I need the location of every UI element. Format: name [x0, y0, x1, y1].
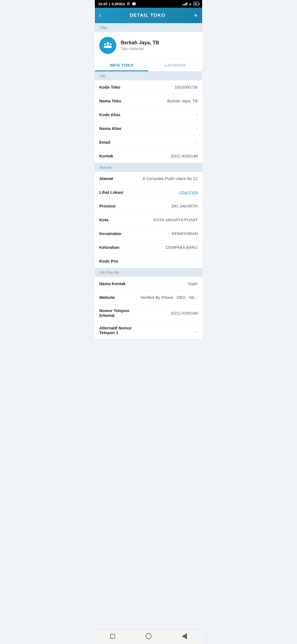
- square-icon: [110, 634, 115, 639]
- value-alternatif-telepon: ...: [144, 328, 198, 333]
- row-provinsi: Provinsi DKI JAKARTA: [95, 199, 202, 213]
- label-kode-alias: Kode Alias: [99, 112, 120, 117]
- row-kontak: Kontak (021) 4200146: [95, 149, 202, 163]
- info-section-rows: Kode Toko 1810000736 Nama Toko Berkah Ja…: [95, 80, 202, 163]
- row-nomor-telepon: Nomor Telepon (Utama) (021) 4200146: [95, 304, 202, 322]
- label-nama-alias: Nama Alias: [99, 126, 121, 131]
- value-kontak: (021) 4200146: [113, 154, 198, 158]
- store-type: Toko Material: [121, 47, 159, 51]
- battery-indicator: 81: [193, 2, 199, 6]
- row-kode-pos: Kode Pos -: [95, 254, 202, 268]
- row-kelurahan: Kelurahan CEMPAKA BARU: [95, 241, 202, 254]
- nav-square-button[interactable]: [109, 632, 117, 640]
- info-pemilik-section-rows: Nama Kontak Supri Website Verified By Ph…: [95, 277, 202, 339]
- value-email: -: [110, 140, 198, 144]
- header: ‹ DETAIL TOKO +: [95, 8, 202, 23]
- svg-point-1: [106, 45, 110, 48]
- label-kecamatan: Kecamatan: [99, 231, 121, 236]
- time: 10:20: [98, 2, 107, 6]
- store-avatar-icon: [103, 40, 113, 50]
- info-section-label: Info: [95, 72, 202, 80]
- svg-point-4: [110, 43, 111, 45]
- value-nama-toko: Berkah Jaya, TB: [121, 99, 198, 103]
- store-avatar: [99, 37, 116, 54]
- row-nama-toko: Nama Toko Berkah Jaya, TB: [95, 94, 202, 108]
- page-title: DETAIL TOKO: [130, 13, 166, 18]
- alamat-section-label: Alamat: [95, 163, 202, 172]
- svg-point-0: [107, 42, 109, 45]
- label-lihat-lokasi: Lihat Lokasi: [99, 190, 123, 195]
- label-kode-pos: Kode Pos: [99, 259, 118, 263]
- triangle-icon: [182, 633, 187, 639]
- row-kode-toko: Kode Toko 1810000736: [95, 80, 202, 94]
- tabs-bar: INFO TOKO LAPORAN: [95, 59, 202, 72]
- svg-point-2: [104, 43, 106, 45]
- value-kode-alias: -: [120, 112, 198, 117]
- value-kota: KOTA JAKARTA PUSAT: [108, 217, 198, 222]
- row-nama-kontak: Nama Kontak Supri: [95, 277, 202, 291]
- label-kode-toko: Kode Toko: [99, 85, 120, 89]
- svg-point-3: [104, 46, 106, 48]
- tab-laporan[interactable]: LAPORAN: [148, 59, 202, 71]
- row-lihat-lokasi: Lihat Lokasi Lihat Peta: [95, 185, 202, 199]
- value-kode-pos: -: [118, 259, 198, 263]
- value-website: Verified By Phone : DBO - Nit...: [115, 295, 198, 300]
- row-email: Email -: [95, 135, 202, 149]
- info-pemilik-section-label: Info Pemilik: [95, 268, 202, 277]
- value-alamat: Jl Cempaka Putih Utara No 22: [113, 176, 198, 181]
- row-kode-alias: Kode Alias -: [95, 108, 202, 122]
- row-nama-alias: Nama Alias -: [95, 122, 202, 135]
- wifi-icon: ▲: [189, 2, 192, 6]
- value-provinsi: DKI JAKARTA: [116, 204, 198, 208]
- content-wrapper: Toko Berkah Jaya, TB Toko Material INFO …: [95, 23, 202, 356]
- add-button[interactable]: +: [194, 12, 198, 19]
- row-website: Website Verified By Phone : DBO - Nit...: [95, 291, 202, 304]
- label-website: Website: [99, 295, 115, 300]
- value-kode-toko: 1810000736: [120, 85, 198, 89]
- row-kota: Kota KOTA JAKARTA PUSAT: [95, 213, 202, 227]
- label-nama-kontak: Nama Kontak: [99, 281, 126, 286]
- whatsapp-icon: 💬: [132, 2, 136, 6]
- svg-point-5: [109, 46, 112, 48]
- store-info: Berkah Jaya, TB Toko Material: [121, 40, 159, 51]
- tab-info-toko[interactable]: INFO TOKO: [95, 59, 148, 71]
- status-right: ▲ 81: [182, 2, 199, 6]
- network-data: 0,0KB/d: [112, 2, 125, 6]
- nav-back-button[interactable]: [180, 632, 188, 640]
- label-alamat: Alamat: [99, 176, 113, 181]
- circle-icon: [145, 633, 152, 639]
- label-provinsi: Provinsi: [99, 204, 116, 208]
- value-nama-alias: -: [121, 126, 198, 131]
- label-nomor-telepon: Nomor Telepon (Utama): [99, 308, 144, 318]
- signal-icon: [182, 2, 187, 6]
- store-card: Berkah Jaya, TB Toko Material: [95, 32, 202, 59]
- label-nama-toko: Nama Toko: [99, 99, 121, 103]
- label-email: Email: [99, 140, 110, 144]
- row-alternatif-telepon: Alternatif Nomor Telepon 1 ...: [95, 322, 202, 339]
- network-speed: |: [109, 2, 110, 6]
- alamat-section-rows: Alamat Jl Cempaka Putih Utara No 22 Liha…: [95, 172, 202, 268]
- row-kecamatan: Kecamatan KEMAYORAN: [95, 227, 202, 241]
- label-alternatif-telepon: Alternatif Nomor Telepon 1: [99, 326, 144, 335]
- label-kontak: Kontak: [99, 154, 113, 158]
- value-lihat-peta[interactable]: Lihat Peta: [123, 190, 198, 195]
- value-nama-kontak: Supri: [126, 281, 198, 286]
- alarm-icon: ⏱: [127, 2, 130, 6]
- back-button[interactable]: ‹: [99, 12, 101, 19]
- value-kecamatan: KEMAYORAN: [121, 231, 198, 236]
- value-nomor-telepon: (021) 4200146: [144, 311, 198, 315]
- label-kelurahan: Kelurahan: [99, 245, 119, 250]
- status-bar: 10:20 | 0,0KB/d ⏱ 💬 ▲ 81: [95, 0, 202, 8]
- store-name: Berkah Jaya, TB: [121, 40, 159, 46]
- bottom-nav: [95, 629, 202, 644]
- value-kelurahan: CEMPAKA BARU: [119, 245, 198, 250]
- row-alamat: Alamat Jl Cempaka Putih Utara No 22: [95, 172, 202, 185]
- status-left: 10:20 | 0,0KB/d ⏱ 💬: [98, 2, 136, 6]
- toko-section-label: Toko: [95, 23, 202, 32]
- nav-home-button[interactable]: [145, 632, 152, 640]
- label-kota: Kota: [99, 217, 108, 222]
